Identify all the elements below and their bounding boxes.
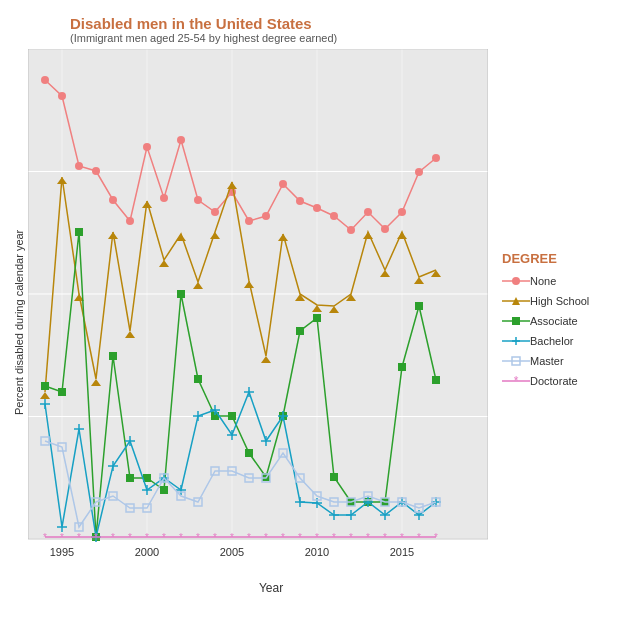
svg-rect-80 xyxy=(228,412,236,420)
svg-rect-71 xyxy=(75,228,83,236)
svg-rect-92 xyxy=(432,376,440,384)
svg-text:2005: 2005 xyxy=(220,546,244,558)
svg-text:2000: 2000 xyxy=(135,546,159,558)
legend-label-doctorate: Doctorate xyxy=(530,375,578,387)
svg-point-25 xyxy=(109,196,117,204)
legend-label-bachelor: Bachelor xyxy=(530,335,573,347)
svg-text:*: * xyxy=(514,374,519,388)
svg-rect-91 xyxy=(415,302,423,310)
svg-rect-195 xyxy=(512,317,520,325)
chart-svg: 0 1 2 3 4 1995 2000 2005 2010 2015 xyxy=(28,49,488,579)
chart-subtitle: (Immigrant men aged 25-54 by highest deg… xyxy=(70,32,614,44)
svg-point-44 xyxy=(432,154,440,162)
svg-text:2015: 2015 xyxy=(390,546,414,558)
svg-text:*: * xyxy=(145,532,149,543)
legend-line-master-svg xyxy=(502,354,530,368)
y-axis-label: Percent disabled during calendar year xyxy=(10,49,28,595)
svg-text:*: * xyxy=(247,532,251,543)
svg-text:*: * xyxy=(196,532,200,543)
legend-line-none-svg xyxy=(502,274,530,288)
svg-point-36 xyxy=(296,197,304,205)
legend-line-hs-svg xyxy=(502,294,530,308)
legend-panel: DEGREE None High School xyxy=(494,49,614,595)
svg-text:*: * xyxy=(417,532,421,543)
legend-item-bachelor: Bachelor xyxy=(502,334,606,348)
svg-text:*: * xyxy=(400,532,404,543)
legend-label-none: None xyxy=(530,275,556,287)
svg-point-35 xyxy=(279,180,287,188)
svg-rect-76 xyxy=(160,486,168,494)
x-axis-label: Year xyxy=(48,581,494,595)
legend-label-associate: Associate xyxy=(530,315,578,327)
legend-item-doctorate: * Doctorate xyxy=(502,374,606,388)
svg-text:*: * xyxy=(128,532,132,543)
legend-item-associate: Associate xyxy=(502,314,606,328)
svg-point-23 xyxy=(75,162,83,170)
svg-text:*: * xyxy=(60,532,64,543)
svg-point-29 xyxy=(177,136,185,144)
svg-point-40 xyxy=(364,208,372,216)
svg-point-24 xyxy=(92,167,100,175)
svg-rect-81 xyxy=(245,449,253,457)
svg-rect-84 xyxy=(296,327,304,335)
legend-item-highschool: High School xyxy=(502,294,606,308)
legend-line-assoc-svg xyxy=(502,314,530,328)
svg-rect-85 xyxy=(313,314,321,322)
svg-point-41 xyxy=(381,225,389,233)
plot-area: 0 1 2 3 4 1995 2000 2005 2010 2015 xyxy=(28,49,494,595)
svg-point-21 xyxy=(41,76,49,84)
svg-point-34 xyxy=(262,212,270,220)
svg-rect-74 xyxy=(126,474,134,482)
svg-point-191 xyxy=(512,277,520,285)
svg-rect-73 xyxy=(109,352,117,360)
svg-point-27 xyxy=(143,143,151,151)
svg-rect-70 xyxy=(58,388,66,396)
svg-text:*: * xyxy=(332,532,336,543)
svg-rect-69 xyxy=(41,382,49,390)
svg-text:*: * xyxy=(43,532,47,543)
svg-text:*: * xyxy=(366,532,370,543)
svg-point-43 xyxy=(415,168,423,176)
legend-item-master: Master xyxy=(502,354,606,368)
svg-point-30 xyxy=(194,196,202,204)
svg-text:*: * xyxy=(162,532,166,543)
legend-item-none: None xyxy=(502,274,606,288)
svg-text:*: * xyxy=(315,532,319,543)
svg-text:*: * xyxy=(77,532,81,543)
svg-text:*: * xyxy=(383,532,387,543)
svg-text:*: * xyxy=(281,532,285,543)
svg-text:*: * xyxy=(213,532,217,543)
chart-container: Disabled men in the United States (Immig… xyxy=(0,0,624,624)
svg-text:*: * xyxy=(94,532,98,543)
svg-point-42 xyxy=(398,208,406,216)
svg-text:*: * xyxy=(111,532,115,543)
svg-rect-90 xyxy=(398,363,406,371)
svg-rect-78 xyxy=(194,375,202,383)
legend-line-doc-svg: * xyxy=(502,374,530,388)
svg-point-33 xyxy=(245,217,253,225)
legend-line-bach-svg xyxy=(502,334,530,348)
svg-point-38 xyxy=(330,212,338,220)
svg-point-39 xyxy=(347,226,355,234)
svg-text:*: * xyxy=(349,532,353,543)
svg-text:*: * xyxy=(434,532,438,543)
chart-title: Disabled men in the United States xyxy=(70,15,614,32)
svg-point-37 xyxy=(313,204,321,212)
svg-text:*: * xyxy=(230,532,234,543)
svg-text:2010: 2010 xyxy=(305,546,329,558)
svg-point-28 xyxy=(160,194,168,202)
legend-label-highschool: High School xyxy=(530,295,589,307)
svg-text:*: * xyxy=(264,532,268,543)
svg-point-22 xyxy=(58,92,66,100)
svg-text:*: * xyxy=(298,532,302,543)
legend-title: DEGREE xyxy=(502,251,606,266)
svg-point-31 xyxy=(211,208,219,216)
legend-label-master: Master xyxy=(530,355,564,367)
svg-rect-77 xyxy=(177,290,185,298)
svg-point-26 xyxy=(126,217,134,225)
svg-rect-86 xyxy=(330,473,338,481)
svg-text:*: * xyxy=(179,532,183,543)
svg-text:1995: 1995 xyxy=(50,546,74,558)
